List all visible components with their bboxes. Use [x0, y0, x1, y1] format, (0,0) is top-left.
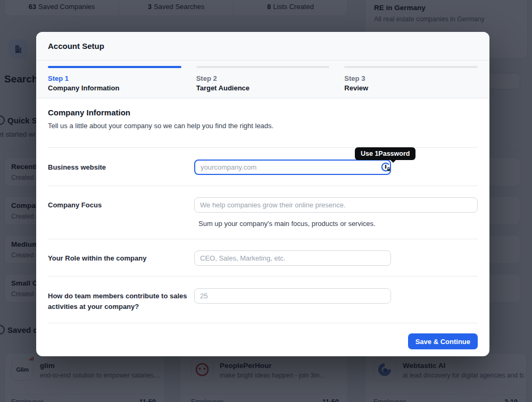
screen: 63 Saved Companies 3 Saved Searches 8 Li… — [0, 0, 532, 402]
step-label: Company Information — [48, 84, 181, 92]
step-number: Step 3 — [344, 74, 478, 82]
form-section-title: Company Information — [48, 108, 130, 117]
role-input[interactable] — [194, 250, 391, 266]
setup-steps: Step 1 Company Information Step 2 Target… — [36, 61, 489, 98]
step-2-target-audience[interactable]: Step 2 Target Audience — [196, 66, 330, 98]
step-label: Target Audience — [196, 84, 330, 92]
modal-header: Account Setup — [36, 32, 489, 61]
step-progress-bar — [344, 66, 478, 68]
step-label: Review — [344, 84, 478, 92]
team-contribution-label-line1: How do team members contribute to sales — [48, 292, 187, 300]
onepassword-icon[interactable] — [381, 162, 390, 172]
company-focus-input[interactable] — [194, 197, 478, 213]
company-focus-helper: Sum up your company's main focus, produc… — [198, 220, 376, 228]
team-contribution-input[interactable] — [194, 288, 391, 304]
modal-title: Account Setup — [48, 41, 104, 51]
divider — [48, 239, 478, 239]
company-focus-label: Company Focus — [48, 201, 102, 209]
divider — [48, 186, 478, 186]
step-number: Step 1 — [48, 74, 181, 82]
divider — [48, 323, 478, 323]
use-1password-tooltip[interactable]: Use 1Password — [355, 147, 415, 160]
team-contribution-label-line2: activities at your company? — [48, 303, 139, 311]
step-progress-bar — [48, 66, 181, 68]
tooltip-notch — [390, 160, 396, 163]
step-1-company-information[interactable]: Step 1 Company Information — [48, 66, 181, 98]
step-3-review[interactable]: Step 3 Review — [344, 66, 478, 98]
form-section-subtitle: Tell us a little about your company so w… — [48, 122, 273, 130]
business-website-input[interactable] — [194, 160, 391, 175]
step-progress-bar — [196, 66, 330, 68]
business-website-label: Business website — [48, 163, 106, 171]
divider — [48, 276, 478, 277]
role-label: Your Role within the company — [48, 254, 146, 262]
tooltip-label: Use 1Password — [361, 150, 410, 157]
account-setup-modal: Account Setup Step 1 Company Information… — [36, 32, 489, 356]
step-number: Step 2 — [196, 74, 330, 82]
save-continue-button[interactable]: Save & Continue — [408, 333, 478, 349]
